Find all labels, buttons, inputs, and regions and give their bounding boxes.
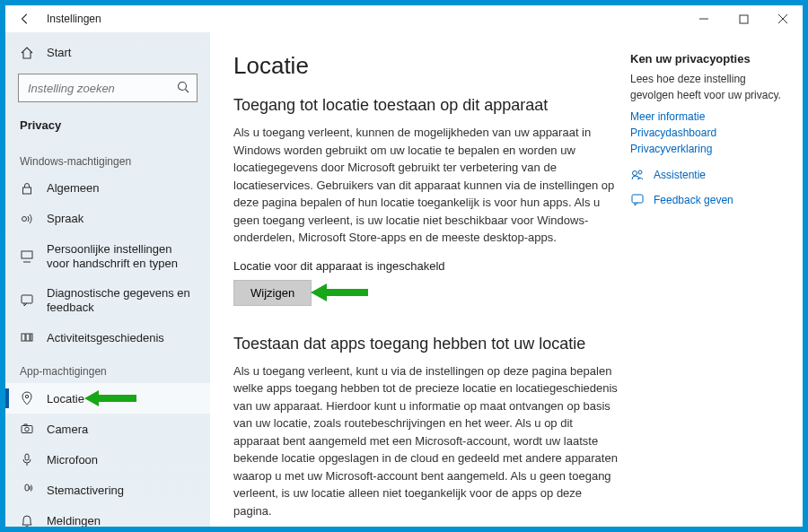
sidebar-search bbox=[18, 74, 198, 102]
sidebar-item-label: Algemeen bbox=[47, 181, 196, 196]
sidebar-item-location[interactable]: Locatie bbox=[5, 383, 210, 414]
sidebar-item-label: Stemactivering bbox=[47, 484, 196, 498]
svg-rect-6 bbox=[22, 251, 32, 258]
history-icon bbox=[20, 330, 34, 344]
svg-point-14 bbox=[25, 428, 30, 432]
sidebar-item-voice-activation[interactable]: Stemactivering bbox=[5, 475, 210, 505]
titlebar: Instellingen bbox=[5, 5, 803, 32]
privacy-dashboard-link[interactable]: Privacydashboard bbox=[630, 125, 785, 141]
close-button[interactable] bbox=[763, 5, 803, 32]
right-description: Lees hoe deze instelling gevolgen heeft … bbox=[630, 71, 785, 103]
speech-icon bbox=[20, 212, 34, 226]
svg-rect-4 bbox=[23, 188, 31, 194]
sidebar-item-activity[interactable]: Activiteitsgeschiedenis bbox=[5, 322, 210, 353]
sidebar-item-microphone[interactable]: Microfoon bbox=[5, 444, 210, 475]
sidebar-item-label: Start bbox=[47, 46, 196, 60]
sidebar-group-heading: App-machtigingen bbox=[5, 353, 210, 383]
more-info-link[interactable]: Meer informatie bbox=[630, 109, 785, 125]
microphone-icon bbox=[20, 452, 34, 467]
sidebar-item-label: Microfoon bbox=[47, 453, 196, 467]
get-help-link[interactable]: Assistentie bbox=[630, 168, 785, 182]
svg-point-5 bbox=[22, 217, 27, 222]
inking-icon bbox=[20, 249, 34, 264]
svg-rect-1 bbox=[740, 15, 748, 23]
lock-icon bbox=[20, 181, 34, 196]
change-button[interactable]: Wijzigen bbox=[233, 280, 312, 306]
sidebar-item-label: Camera bbox=[47, 423, 196, 437]
sidebar-item-speech[interactable]: Spraak bbox=[5, 204, 210, 234]
sidebar-home[interactable]: Start bbox=[5, 38, 210, 68]
sidebar-item-general[interactable]: Algemeen bbox=[5, 173, 210, 204]
sidebar-item-label: Diagnostische gegevens en feedback bbox=[47, 286, 196, 314]
svg-point-19 bbox=[633, 171, 637, 176]
sidebar-item-label: Persoonlijke instellingen voor handschri… bbox=[47, 242, 196, 270]
svg-rect-17 bbox=[25, 484, 29, 491]
svg-rect-10 bbox=[31, 334, 32, 341]
sidebar: Start Privacy Windows-machtigingen Algem… bbox=[5, 32, 210, 527]
sidebar-item-label: Locatie bbox=[47, 392, 196, 406]
section-heading: Toestaan dat apps toegang hebben tot uw … bbox=[233, 335, 779, 353]
maximize-button[interactable] bbox=[724, 5, 763, 32]
svg-rect-7 bbox=[22, 295, 32, 303]
sidebar-group-heading: Windows-machtigingen bbox=[5, 143, 210, 173]
feedback-icon bbox=[20, 293, 34, 308]
sidebar-item-label: Meldingen bbox=[47, 514, 196, 527]
voice-icon bbox=[20, 483, 34, 497]
svg-point-20 bbox=[638, 170, 642, 174]
window-title: Instellingen bbox=[45, 13, 101, 25]
minimize-button[interactable] bbox=[684, 5, 724, 32]
sidebar-item-inking[interactable]: Persoonlijke instellingen voor handschri… bbox=[5, 234, 210, 278]
svg-point-11 bbox=[25, 396, 28, 398]
content-area: Locatie Toegang tot locatie toestaan op … bbox=[210, 32, 803, 527]
give-feedback-link[interactable]: Feedback geven bbox=[630, 193, 785, 207]
svg-marker-18 bbox=[311, 283, 368, 301]
bell-icon bbox=[20, 513, 34, 527]
svg-line-3 bbox=[186, 90, 189, 93]
svg-rect-16 bbox=[25, 454, 29, 460]
location-icon bbox=[20, 391, 34, 406]
search-input[interactable] bbox=[18, 74, 198, 102]
sidebar-item-label: Activiteitsgeschiedenis bbox=[47, 331, 196, 345]
location-status: Locatie voor dit apparaat is ingeschakel… bbox=[233, 259, 779, 273]
sidebar-item-diagnostics[interactable]: Diagnostische gegevens en feedback bbox=[5, 278, 210, 322]
svg-rect-21 bbox=[632, 195, 643, 203]
sidebar-item-camera[interactable]: Camera bbox=[5, 414, 210, 444]
section-description: Als u toegang verleent, kunnen de mogeli… bbox=[233, 124, 619, 247]
privacy-statement-link[interactable]: Privacyverklaring bbox=[630, 141, 785, 157]
svg-rect-8 bbox=[22, 334, 25, 341]
search-icon bbox=[176, 80, 190, 97]
sidebar-item-label: Spraak bbox=[47, 212, 196, 226]
right-column: Ken uw privacyopties Lees hoe deze inste… bbox=[630, 52, 785, 207]
svg-point-2 bbox=[179, 83, 187, 91]
right-heading: Ken uw privacyopties bbox=[630, 52, 785, 65]
camera-icon bbox=[20, 422, 34, 436]
section-description: Als u toegang verleent, kunt u via de in… bbox=[233, 362, 619, 520]
home-icon bbox=[20, 46, 34, 60]
svg-rect-15 bbox=[24, 424, 27, 426]
annotation-arrow-icon bbox=[311, 282, 370, 303]
svg-rect-9 bbox=[26, 334, 30, 341]
settings-window: Instellingen Start Priv bbox=[5, 5, 803, 527]
back-button[interactable] bbox=[5, 13, 45, 25]
sidebar-current-category: Privacy bbox=[5, 111, 210, 143]
sidebar-item-notifications[interactable]: Meldingen bbox=[5, 505, 210, 527]
